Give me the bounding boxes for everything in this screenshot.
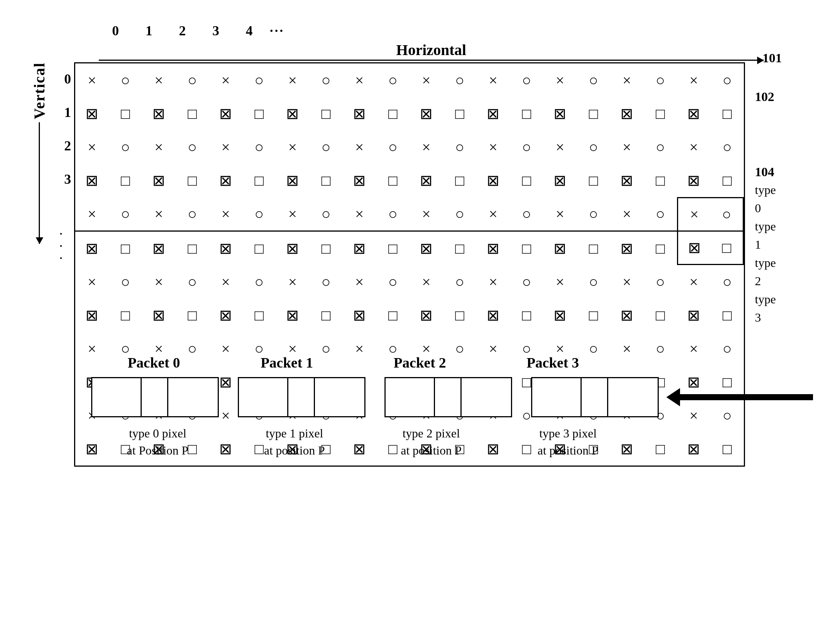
- cell-3-2: ⊠: [142, 164, 176, 197]
- cell-2-11: ○: [443, 130, 477, 164]
- cell-2-0: ×: [75, 130, 109, 164]
- cell-6-7: ○: [309, 265, 343, 299]
- packet-2-seg-1: [435, 378, 462, 416]
- cell-0-7: ○: [309, 64, 343, 97]
- packet-labels-row: Packet 0 Packet 1 Packet 2 Packet 3: [95, 354, 813, 371]
- cell-7-16: ⊠: [610, 299, 643, 332]
- cell-0-9: ○: [376, 64, 410, 97]
- cell-6-5: ○: [242, 265, 276, 299]
- cell-7-7: □: [309, 299, 343, 332]
- cell-5-8: ⊠: [343, 232, 376, 265]
- cell-3-18: ⊠: [677, 164, 710, 197]
- col-header-1: 1: [132, 23, 166, 39]
- cell-0-14: ×: [543, 64, 577, 97]
- cell-6-8: ×: [343, 265, 376, 299]
- cell-2-10: ×: [410, 130, 443, 164]
- cell-7-1: □: [109, 299, 142, 332]
- cell-3-4: ⊠: [209, 164, 242, 197]
- cell-2-17: ○: [643, 130, 677, 164]
- cell-5-7: □: [309, 232, 343, 265]
- cell-6-14: ×: [543, 265, 577, 299]
- cell-2-13: ○: [510, 130, 543, 164]
- cell-5-18: ⊠: [677, 232, 710, 265]
- cell-1-1: □: [109, 97, 142, 130]
- packet-3-box: [531, 377, 659, 417]
- cell-7-0: ⊠: [75, 299, 109, 332]
- cell-3-5: □: [242, 164, 276, 197]
- cell-1-7: □: [309, 97, 343, 130]
- cell-0-10: ×: [410, 64, 443, 97]
- cell-7-3: □: [176, 299, 209, 332]
- cell-6-9: ○: [376, 265, 410, 299]
- cell-5-9: □: [376, 232, 410, 265]
- col-dots: ···: [270, 23, 285, 39]
- packet-1-box: [238, 377, 365, 417]
- arrow-shaft: [680, 394, 813, 400]
- cell-7-9: □: [376, 299, 410, 332]
- cell-5-16: ⊠: [610, 232, 643, 265]
- cell-4-19: ○: [710, 197, 744, 230]
- cell-5-5: □: [242, 232, 276, 265]
- cell-5-12: ⊠: [477, 232, 510, 265]
- grid-row-3: ⊠□⊠□⊠□⊠□⊠□⊠□⊠□⊠□⊠□⊠□: [75, 164, 744, 197]
- cell-4-1: ○: [109, 197, 142, 230]
- cell-6-18: ×: [677, 265, 710, 299]
- cell-0-17: ○: [643, 64, 677, 97]
- cell-6-0: ×: [75, 265, 109, 299]
- cell-5-1: □: [109, 232, 142, 265]
- packet-1-desc: type 1 pixelat position P: [232, 425, 357, 459]
- type-3-label: type 3: [755, 290, 776, 326]
- grid-row-0: ×○×○×○×○×○×○×○×○×○×○: [75, 64, 744, 97]
- col-header-0: 0: [99, 23, 132, 39]
- big-left-arrow: [666, 388, 813, 406]
- cell-2-4: ×: [209, 130, 242, 164]
- cell-2-9: ○: [376, 130, 410, 164]
- cell-0-15: ○: [577, 64, 610, 97]
- packet-section: Packet 0 Packet 1 Packet 2 Packet 3: [91, 354, 813, 459]
- packet-1-seg-1: [288, 378, 315, 416]
- cell-7-14: ⊠: [543, 299, 577, 332]
- cell-3-9: □: [376, 164, 410, 197]
- cell-5-6: ⊠: [276, 232, 309, 265]
- row-labels: 0 1 2 3 ···: [52, 62, 71, 296]
- type-0-label: type 0: [755, 181, 776, 217]
- cell-3-8: ⊠: [343, 164, 376, 197]
- vertical-label: Vertical: [30, 62, 48, 119]
- packet-0-desc: type 0 pixelat Position P: [95, 425, 220, 459]
- cell-7-2: ⊠: [142, 299, 176, 332]
- cell-0-12: ×: [477, 64, 510, 97]
- cell-7-12: ⊠: [477, 299, 510, 332]
- grid-row-4: ×○×○×○×○×○×○×○×○×○×○: [75, 197, 744, 230]
- col-header-3: 3: [199, 23, 232, 39]
- cell-3-17: □: [643, 164, 677, 197]
- cell-3-15: □: [577, 164, 610, 197]
- cell-1-15: □: [577, 97, 610, 130]
- cell-3-1: □: [109, 164, 142, 197]
- packet-label-3: Packet 3: [494, 354, 612, 371]
- type-1-label: type 1: [755, 217, 776, 254]
- cell-2-12: ×: [477, 130, 510, 164]
- cell-7-17: □: [643, 299, 677, 332]
- cell-4-15: ○: [577, 197, 610, 230]
- cell-4-14: ×: [543, 197, 577, 230]
- cell-1-6: ⊠: [276, 97, 309, 130]
- cell-0-5: ○: [242, 64, 276, 97]
- horizontal-arrow: Horizontal: [99, 41, 763, 61]
- cell-0-2: ×: [142, 64, 176, 97]
- cell-4-11: ○: [443, 197, 477, 230]
- packet-2-box: [384, 377, 512, 417]
- cell-0-1: ○: [109, 64, 142, 97]
- cell-4-4: ×: [209, 197, 242, 230]
- cell-7-8: ⊠: [343, 299, 376, 332]
- cell-2-1: ○: [109, 130, 142, 164]
- cell-6-19: ○: [710, 265, 744, 299]
- cell-1-14: ⊠: [543, 97, 577, 130]
- cell-6-3: ○: [176, 265, 209, 299]
- grid-row-5: ⊠□⊠□⊠□⊠□⊠□⊠□⊠□⊠□⊠□⊠□: [75, 230, 744, 265]
- cell-6-15: ○: [577, 265, 610, 299]
- cell-6-6: ×: [276, 265, 309, 299]
- packet-label-1: Packet 1: [228, 354, 346, 371]
- cell-6-16: ×: [610, 265, 643, 299]
- cell-5-14: ⊠: [543, 232, 577, 265]
- col-header-4: 4: [232, 23, 266, 39]
